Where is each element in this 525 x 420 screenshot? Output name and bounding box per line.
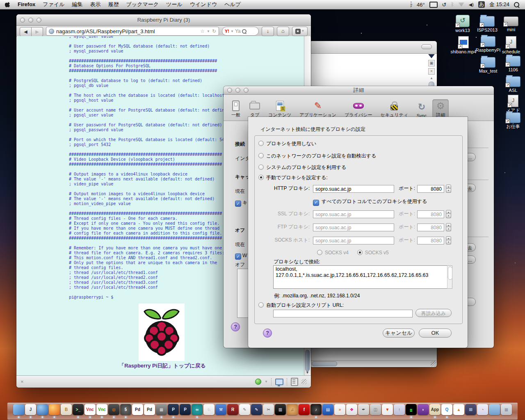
port-stepper[interactable]: ▲▼ [446, 210, 451, 219]
scroll-up-icon[interactable]: ▲ [430, 76, 433, 80]
autoconfig-url-input[interactable] [273, 310, 413, 317]
dock-icon[interactable] [489, 404, 500, 415]
port-stepper[interactable]: ▲▼ [446, 223, 451, 232]
back-button[interactable]: ◀ [20, 27, 32, 37]
menu-clock[interactable]: 金 15:24 [489, 1, 509, 8]
radio-auto-detect[interactable]: このネットワークのプロキシ設定を自動検出する [258, 153, 376, 160]
menu-view[interactable]: 表示 [87, 0, 105, 9]
server-status-icon[interactable] [291, 378, 298, 386]
socks-v5-radio[interactable] [357, 250, 363, 255]
proxy-dropdown-icon[interactable]: ▼ [265, 380, 268, 383]
dock-icon[interactable]: ✎ [251, 404, 262, 415]
dock-icon[interactable]: ✒ [358, 404, 369, 415]
dock-icon[interactable]: f [299, 404, 310, 415]
dock-icon[interactable]: >_ [73, 404, 84, 415]
search-go-icon[interactable] [242, 29, 247, 34]
preferences-tab[interactable]: タブ [247, 99, 263, 119]
close-tool-icon[interactable]: × [428, 68, 435, 75]
proxy-input[interactable]: sopro.suac.ac.jp [313, 237, 394, 244]
display-status-icon[interactable] [275, 379, 283, 385]
desktop-icon[interactable]: ↗ shibano.mp4 [450, 35, 477, 54]
bookmarks-menu-button[interactable]: ★▼ [292, 27, 308, 36]
radio-icon-selected[interactable] [258, 175, 264, 180]
dock-icon[interactable]: ⊞ [465, 404, 476, 415]
proxy-input[interactable]: sopro.suac.ac.jp [313, 224, 394, 231]
help-button[interactable]: ? [231, 322, 240, 331]
dock-icon[interactable]: ✂ [263, 404, 274, 415]
reload-icon[interactable]: ↻ [212, 28, 216, 34]
desktop-icon[interactable]: ↗ お仕事 [500, 110, 525, 129]
dock-icon[interactable]: ♫ [287, 404, 298, 415]
spotlight-icon[interactable] [514, 2, 519, 7]
site-identity-icon[interactable] [49, 29, 54, 34]
downloads-button[interactable]: ↓ [262, 27, 274, 36]
menu-bookmarks[interactable]: ブックマーク [123, 0, 163, 9]
check-tool-icon[interactable]: ▣ [428, 60, 435, 66]
dock-icon[interactable]: ▤ [322, 404, 333, 415]
use-for-all-checkbox[interactable]: すべてのプロトコルでこのプロキシを使用する [313, 198, 427, 206]
bluetooth-icon[interactable]: ᛒ [451, 2, 454, 7]
home-button[interactable]: ⌂ [277, 27, 289, 36]
dock-icon[interactable]: P [168, 404, 179, 415]
checkbox-icon[interactable] [235, 201, 241, 207]
close-findbar-icon[interactable]: × [21, 379, 24, 385]
toolbar-pill-button[interactable] [421, 44, 432, 49]
dock-icon[interactable]: ❖ [346, 404, 357, 415]
bookmark-star-icon[interactable]: ☆ [200, 28, 205, 34]
radio-icon[interactable] [258, 141, 264, 146]
textarea-scroll-thumb[interactable] [448, 267, 452, 280]
http-proxy-input[interactable]: sopro.suac.ac.jp [313, 185, 394, 193]
dock-icon[interactable]: ∞ [192, 404, 203, 415]
desktop-icon[interactable]: ↗ schedule [498, 35, 525, 54]
url-text[interactable]: nagasm.org/ASL/RaspberryPi/part_3.html [56, 28, 198, 34]
preferences-tab[interactable]: アプリケーション [297, 99, 339, 119]
menu-window[interactable]: ウインドウ [186, 0, 221, 9]
dock-icon[interactable]: Q [441, 404, 452, 415]
dock-icon[interactable]: J [25, 404, 36, 415]
menu-help[interactable]: ヘルプ [221, 0, 244, 9]
socks-v4-radio[interactable] [317, 250, 322, 255]
proxy-status-globe-icon[interactable] [255, 379, 261, 385]
volume-icon[interactable]: ◀) [469, 2, 474, 7]
port-stepper[interactable]: ▲▼ [446, 236, 451, 245]
url-bar[interactable]: nagasm.org/ASL/RaspberryPi/part_3.html ☆… [46, 27, 219, 36]
dock-icon[interactable]: ↑ [394, 404, 405, 415]
input-method-icon[interactable]: あ [478, 1, 485, 8]
radio-autoconfig-url[interactable]: 自動プロキシ設定スクリプト URL: [258, 302, 344, 309]
desktop-icon[interactable]: ↗ work13 [449, 14, 476, 33]
apple-menu-icon[interactable] [5, 2, 11, 7]
port-input[interactable]: 8080 [417, 210, 444, 218]
http-port-input[interactable]: 8080 [417, 185, 444, 193]
dock-icon[interactable]: Pd [132, 404, 143, 415]
dock-icon[interactable]: ▦ [156, 404, 167, 415]
dock-icon[interactable] [49, 404, 60, 415]
dock-icon[interactable]: Pd [144, 404, 155, 415]
ok-button[interactable]: OK [419, 329, 452, 338]
search-field[interactable]: Y! ▼ Ya [222, 27, 259, 36]
dock-icon[interactable]: ▼ [382, 404, 393, 415]
dock-icon[interactable]: ⚒ [215, 404, 226, 415]
reload-config-button[interactable]: 再読み込み [415, 309, 452, 317]
editor-hscrollbar[interactable] [310, 360, 436, 367]
radio-icon[interactable] [258, 153, 264, 158]
desktop-icon[interactable]: ↗ 1106 [500, 53, 525, 72]
browser-titlebar[interactable]: Raspberry Pi Diary (3) [16, 14, 311, 26]
editor-resize-grip[interactable] [431, 361, 436, 367]
back-to-top-link[interactable]: 「Raspberry Pi日記」トップに戻る [111, 362, 214, 370]
dock-icon[interactable]: B [61, 404, 72, 415]
dock-icon[interactable]: Vnc [96, 404, 107, 415]
wifi-icon[interactable] [459, 2, 464, 7]
forward-button[interactable]: ▶ [32, 27, 43, 37]
time-machine-icon[interactable]: ↺ [442, 2, 447, 8]
radio-no-proxy[interactable]: プロキシを使用しない [258, 140, 316, 147]
dock-icon[interactable]: ✎ [239, 404, 250, 415]
cancel-button[interactable]: キャンセル [383, 329, 415, 338]
preferences-tab[interactable]: 詳細 [432, 99, 449, 119]
dock-icon[interactable]: ⣶ [406, 404, 417, 415]
editor-hscroll-thumb[interactable] [312, 361, 337, 366]
preferences-tab[interactable]: セキュリティ [377, 99, 411, 119]
dock-icon[interactable]: App [429, 404, 441, 415]
menu-edit[interactable]: 編集 [68, 0, 87, 9]
dock-icon[interactable] [13, 404, 24, 415]
checkbox-checked-icon[interactable] [313, 200, 319, 206]
